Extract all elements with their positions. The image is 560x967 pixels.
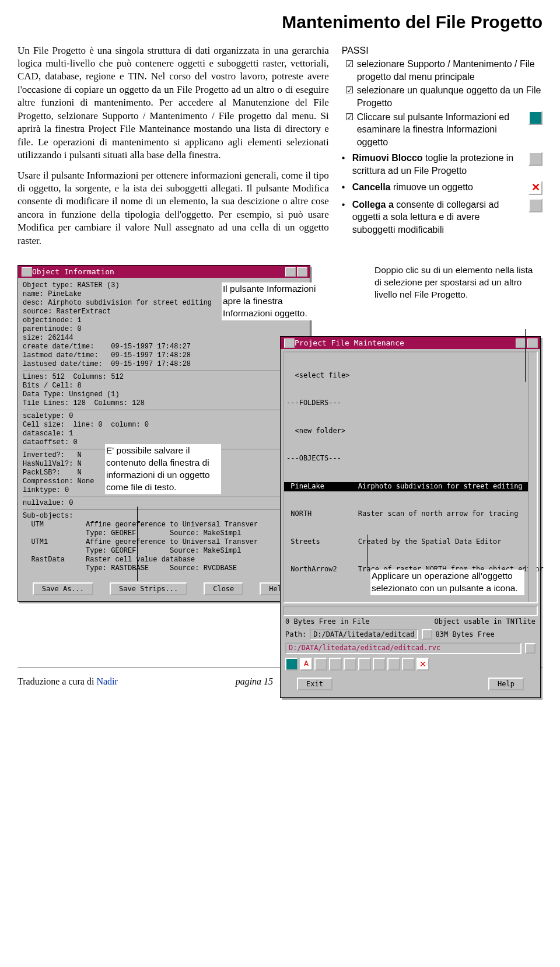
lock-icon: [528, 152, 542, 166]
sysmenu-icon[interactable]: [22, 267, 32, 277]
icon-multi-3[interactable]: [387, 658, 400, 671]
help-button[interactable]: Help: [488, 678, 524, 690]
edit-icon[interactable]: A: [300, 658, 313, 671]
step-3: ☑ Cliccare sul pulsante Informazioni ed …: [345, 111, 542, 149]
paragraph-2: Usare il pulsante Informazioni per otten…: [18, 169, 329, 248]
page-title: Mantenimento del File Progetto: [18, 11, 542, 34]
pfm-disk-free: 83M Bytes Free: [436, 630, 495, 640]
list-item[interactable]: Streets Created by the Spatial Data Edit…: [284, 537, 537, 547]
paragraph-1: Un File Progetto è una singola struttura…: [18, 44, 329, 162]
path-field[interactable]: D:/DATA/litedata/editcad: [310, 629, 418, 641]
path-label: Path:: [285, 630, 306, 640]
minimize-icon[interactable]: [285, 267, 296, 277]
save-strips-button[interactable]: Save Strips...: [110, 582, 187, 595]
info-icon[interactable]: [285, 658, 298, 671]
oi-title: Object Information: [32, 267, 284, 277]
steps-heading: PASSI: [342, 44, 542, 57]
nadir-link[interactable]: Nadir: [96, 676, 117, 686]
project-file-maintenance-window: Project File Maintenance <select file> -…: [280, 336, 541, 698]
pfm-title: Project File Maintenance: [295, 338, 514, 348]
file-browse-icon[interactable]: [525, 643, 536, 654]
info-icon: [528, 111, 542, 125]
translation-credit: Traduzione a cura di Nadir: [18, 675, 118, 687]
maximize-icon[interactable]: [527, 338, 538, 348]
step-1: ☑ selezionare Supporto / Mantenimento / …: [345, 58, 542, 83]
lock-icon[interactable]: [329, 658, 342, 671]
step-1-text: selezionare Supporto / Mantenimento / Fi…: [357, 58, 542, 83]
main-text-column: Un File Progetto è una singola struttura…: [18, 44, 329, 255]
bullet-1-bold: Rimuovi Blocco: [352, 153, 423, 163]
bullet-link-to: • Collega a consente di collegarsi ad og…: [342, 198, 542, 236]
step-2-text: selezionare un qualunque oggetto da un F…: [357, 84, 542, 109]
icon-multi-2[interactable]: [344, 658, 356, 671]
bullet-delete: • Cancella rimuove un oggetto ✕: [342, 181, 542, 195]
icon-multi-4[interactable]: [402, 658, 415, 671]
oi-body: Object type: RASTER (3) name: PineLake d…: [18, 278, 310, 578]
callout-save-text: E' possibile salvare il contenuto della …: [105, 444, 221, 494]
close-button[interactable]: Close: [204, 582, 243, 595]
steps-column: PASSI ☑ selezionare Supporto / Mantenime…: [342, 44, 542, 255]
list-item-selected[interactable]: PineLake Airphoto subdivision for street…: [284, 482, 537, 491]
list-item[interactable]: NORTH Raster scan of north arrow for tra…: [284, 509, 537, 519]
bullet-3-bold: Collega a: [352, 200, 394, 210]
step-2: ☑ selezionare un qualunque oggetto da un…: [345, 84, 542, 109]
pfm-object-usable: Object usable in TNTlite: [435, 617, 536, 627]
pfm-toolbar: A ✕: [281, 655, 540, 673]
maximize-icon[interactable]: [297, 267, 307, 277]
callout-icon-operation: Applicare un operazione all'oggetto sele…: [370, 570, 524, 595]
checkbox-icon: ☑: [345, 58, 354, 71]
sysmenu-icon[interactable]: [284, 338, 295, 348]
link-icon[interactable]: [373, 658, 386, 671]
pfm-object-list[interactable]: <select file> ---FOLDERS--- <new folder>…: [283, 351, 538, 603]
icon-multi-1[interactable]: [314, 658, 327, 671]
bullet-remove-block: • Rimuovi Blocco toglie la protezione in…: [342, 152, 542, 177]
exit-button[interactable]: Exit: [297, 678, 332, 690]
page-number: pagina 15: [236, 675, 273, 687]
list-item[interactable]: <new folder>: [284, 427, 537, 436]
file-field[interactable]: D:/DATA/litedata/editcad/editcad.rvc: [285, 643, 522, 654]
vertical-scrollbar[interactable]: [528, 352, 537, 602]
pfm-bytes-free: 0 Bytes Free in File: [285, 617, 370, 627]
callout-info-button: Il pulsante Informazioni apre la finestr…: [222, 282, 335, 320]
bullet-2-bold: Cancella: [352, 182, 391, 192]
list-item: ---FOLDERS---: [284, 399, 537, 408]
horizontal-scrollbar[interactable]: [283, 606, 538, 616]
list-item: ---OBJECTS---: [284, 454, 537, 463]
delete-x-icon: ✕: [528, 181, 542, 195]
checkbox-icon: ☑: [345, 84, 354, 97]
list-item[interactable]: <select file>: [284, 371, 537, 380]
callout-double-click: Doppio clic su di un elemento nella list…: [373, 264, 539, 302]
copy-icon[interactable]: [358, 658, 371, 671]
step-3-text: Cliccare sul pulsante Informazioni ed es…: [357, 111, 525, 149]
link-icon: [528, 198, 542, 212]
delete-x-icon[interactable]: ✕: [416, 658, 429, 671]
save-as-button[interactable]: Save As...: [33, 582, 93, 595]
checkbox-icon: ☑: [345, 111, 354, 124]
bullet-2-text: rimuove un oggetto: [391, 182, 473, 192]
path-browse-icon[interactable]: [422, 629, 432, 640]
